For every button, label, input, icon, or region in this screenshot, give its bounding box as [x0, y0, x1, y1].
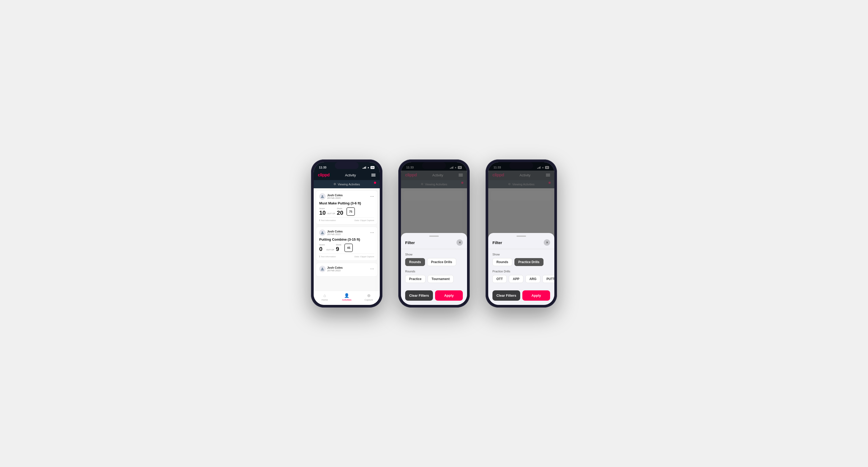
- app-header-1: clippd Activity: [314, 170, 380, 180]
- phone-1: 11:33 ▲ 33 clippd Activity: [311, 159, 382, 308]
- score-value-1: 10: [319, 210, 326, 216]
- home-label-1: Home: [321, 299, 328, 301]
- avatar-2: [319, 229, 326, 236]
- rounds-btn-2[interactable]: Rounds: [405, 258, 425, 266]
- filter-icon-1: ⚙: [334, 183, 336, 186]
- filter-header-3: Filter ✕: [488, 238, 554, 249]
- hamburger-menu-1[interactable]: [371, 174, 376, 176]
- viewing-bar-1[interactable]: ⚙ Viewing Activities: [314, 180, 380, 188]
- close-button-3[interactable]: ✕: [544, 239, 550, 246]
- avatar-3: [319, 266, 326, 272]
- activity-title-2: Putting Combine (3-15 ft): [319, 238, 374, 242]
- app-btn-3[interactable]: APP: [509, 275, 523, 283]
- drill-type-buttons-3: OTT APP ARG PUTT: [492, 275, 550, 283]
- arg-btn-3[interactable]: ARG: [526, 275, 540, 283]
- clear-filters-btn-2[interactable]: Clear Filters: [405, 290, 433, 301]
- header-title-1: Activity: [345, 173, 356, 177]
- card-footer-1: ℹ Test Information Data: Clippd Capture: [319, 217, 374, 222]
- nav-activities-1[interactable]: 👤 Activities: [339, 293, 355, 301]
- filter-overlay-3: Filter ✕ Show Rounds Practice Drills Pra…: [488, 162, 554, 305]
- rounds-section-label-2: Rounds: [405, 270, 463, 273]
- stats-row-1: Score 10 OUT OF Shots 20 75: [319, 207, 374, 216]
- filter-title-2: Filter: [405, 240, 415, 245]
- shots-value-2: 9: [336, 246, 341, 252]
- capture-label-1: Capture: [365, 299, 373, 301]
- card-header-1: Josh Coles 28 Feb 2023 ···: [319, 193, 374, 200]
- show-label-3: Show: [492, 253, 550, 256]
- more-button-3[interactable]: ···: [370, 267, 374, 271]
- bottom-nav-1: ⌂ Home 👤 Activities ⊕ Capture: [314, 291, 380, 305]
- nav-capture-1[interactable]: ⊕ Capture: [361, 293, 377, 301]
- shot-quality-value-2: 45: [347, 246, 350, 249]
- filter-footer-2: Clear Filters Apply: [401, 290, 467, 301]
- nav-home-1[interactable]: ⌂ Home: [317, 293, 333, 301]
- activity-card-3[interactable]: Josh Coles 28 Feb 2023 ···: [316, 263, 378, 277]
- phones-container: 11:33 ▲ 33 clippd Activity: [311, 159, 557, 308]
- shot-quality-value-1: 75: [349, 210, 352, 213]
- activity-list-1: Josh Coles 28 Feb 2023 ··· Must Make Put…: [314, 188, 380, 291]
- avatar-1: [319, 193, 326, 200]
- apply-btn-2[interactable]: Apply: [435, 290, 463, 301]
- capture-icon-1: ⊕: [367, 293, 371, 298]
- more-button-2[interactable]: ···: [370, 230, 374, 235]
- putt-btn-3[interactable]: PUTT: [542, 275, 554, 283]
- battery-icon-1: 33: [371, 166, 374, 169]
- card-footer-2: ℹ Test Information Data: Clippd Capture: [319, 254, 374, 258]
- activities-icon-1: 👤: [344, 293, 349, 298]
- viewing-bar-text-1: Viewing Activities: [338, 183, 360, 186]
- show-label-2: Show: [405, 253, 463, 256]
- dynamic-island: [335, 162, 359, 169]
- data-text-1: Data: Clippd Capture: [354, 219, 374, 222]
- activity-card-2[interactable]: Josh Coles 28 Feb 2023 ··· Putting Combi…: [316, 227, 378, 261]
- stats-row-2: Score 0 OUT OF Shots 9 45: [319, 244, 374, 252]
- user-date-2: 28 Feb 2023: [327, 233, 343, 236]
- activity-title-1: Must Make Putting (3-6 ft): [319, 201, 374, 205]
- more-button-1[interactable]: ···: [370, 194, 374, 198]
- sheet-handle-3: [517, 236, 526, 237]
- shot-quality-badge-2: 45: [344, 244, 353, 252]
- wifi-icon-1: ▲: [367, 166, 369, 169]
- phone-3-inner: 11:33 ▲ 33 clippd Activity: [488, 162, 554, 305]
- phone-2: 11:33 ▲ 33 clippd Activity: [398, 159, 470, 308]
- user-date-1: 28 Feb 2023: [327, 197, 343, 199]
- sheet-handle-wrap-3: [488, 233, 554, 238]
- shots-value-1: 20: [337, 210, 343, 216]
- user-info-2: Josh Coles 28 Feb 2023: [319, 229, 343, 236]
- filter-sheet-3: Filter ✕ Show Rounds Practice Drills Pra…: [488, 233, 554, 305]
- card-header-2: Josh Coles 28 Feb 2023 ···: [319, 229, 374, 236]
- rounds-type-buttons-2: Practice Tournament: [405, 275, 463, 283]
- filter-body-2: Show Rounds Practice Drills Rounds Pract…: [401, 249, 467, 290]
- filter-title-3: Filter: [492, 240, 502, 245]
- ott-btn-3[interactable]: OTT: [492, 275, 507, 283]
- filter-sheet-2: Filter ✕ Show Rounds Practice Drills Rou…: [401, 233, 467, 305]
- score-value-2: 0: [319, 246, 325, 252]
- status-time-1: 11:33: [319, 166, 330, 169]
- clear-filters-btn-3[interactable]: Clear Filters: [492, 290, 520, 301]
- filter-footer-3: Clear Filters Apply: [488, 290, 554, 301]
- data-text-2: Data: Clippd Capture: [354, 255, 374, 258]
- rounds-btn-3[interactable]: Rounds: [492, 258, 512, 266]
- show-buttons-2: Rounds Practice Drills: [405, 258, 463, 266]
- close-button-2[interactable]: ✕: [457, 239, 463, 246]
- signal-bars-1: [363, 166, 366, 169]
- activity-card-1[interactable]: Josh Coles 28 Feb 2023 ··· Must Make Put…: [316, 190, 378, 224]
- phone-1-inner: 11:33 ▲ 33 clippd Activity: [314, 162, 380, 305]
- phone-2-inner: 11:33 ▲ 33 clippd Activity: [401, 162, 467, 305]
- apply-btn-3[interactable]: Apply: [522, 290, 550, 301]
- card-header-3: Josh Coles 28 Feb 2023 ···: [319, 266, 374, 272]
- logo-1: clippd: [318, 173, 330, 178]
- out-of-1: OUT OF: [327, 212, 335, 215]
- user-info-1: Josh Coles 28 Feb 2023: [319, 193, 343, 200]
- home-icon-1: ⌂: [323, 293, 326, 298]
- tournament-btn-2[interactable]: Tournament: [428, 275, 454, 283]
- practice-drills-btn-2[interactable]: Practice Drills: [427, 258, 456, 266]
- sheet-handle-2: [429, 236, 439, 237]
- user-date-3: 28 Feb 2023: [327, 269, 343, 272]
- user-name-2: Josh Coles: [327, 230, 343, 233]
- practice-drills-btn-3[interactable]: Practice Drills: [515, 258, 544, 266]
- filter-overlay-2: Filter ✕ Show Rounds Practice Drills Rou…: [401, 162, 467, 305]
- red-dot-1: [374, 182, 376, 184]
- show-buttons-3: Rounds Practice Drills: [492, 258, 550, 266]
- practice-drills-section-label-3: Practice Drills: [492, 270, 550, 273]
- practice-btn-2[interactable]: Practice: [405, 275, 426, 283]
